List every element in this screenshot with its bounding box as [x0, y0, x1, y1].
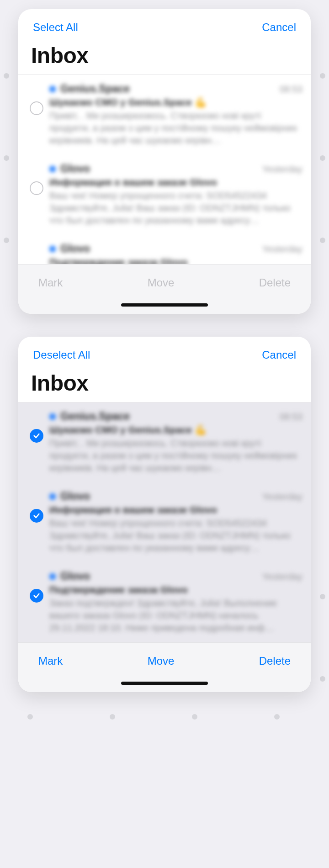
unread-dot-icon [49, 246, 56, 252]
message-list: Genius.Space 08:53 Шукаємо CMO у Genius.… [18, 74, 311, 264]
unread-dot-icon [49, 166, 56, 172]
unread-dot-icon [49, 413, 56, 420]
mark-button[interactable]: Mark [32, 652, 69, 670]
message-sender: Glovo [60, 570, 258, 582]
page-title: Inbox [18, 369, 311, 402]
message-row[interactable]: Glovo Yesterday Информация о вашем заказ… [18, 482, 311, 562]
message-time: Yesterday [262, 244, 302, 254]
message-row[interactable]: Genius.Space 08:53 Шукаємо CMO у Genius.… [18, 75, 311, 155]
checkbox-checked-icon[interactable] [30, 429, 43, 443]
delete-button[interactable]: Delete [253, 652, 297, 670]
message-row[interactable]: Glovo Yesterday Подтверждение заказа Glo… [18, 562, 311, 642]
message-preview: Привіт, . Ми розширюємось. Створюємо нов… [49, 437, 302, 474]
message-content: Genius.Space 08:53 Шукаємо CMO у Genius.… [49, 82, 302, 147]
cancel-button[interactable]: Cancel [257, 18, 301, 37]
bottom-toolbar: Mark Move Delete [18, 642, 311, 674]
screenshot-select-mode: Select All Cancel Inbox Genius.Space 08:… [18, 9, 311, 314]
message-sender: Genius.Space [60, 83, 275, 95]
select-all-button[interactable]: Select All [28, 18, 83, 37]
message-subject: Подтверждение заказа Glovo [49, 257, 302, 264]
unread-dot-icon [49, 493, 56, 500]
checkbox-checked-icon[interactable] [30, 589, 43, 603]
nav-bar: Deselect All Cancel [18, 337, 311, 369]
message-content: Genius.Space 08:53 Шукаємо CMO у Genius.… [49, 410, 302, 474]
mark-button: Mark [32, 274, 69, 292]
message-sender: Glovo [60, 163, 258, 175]
bottom-toolbar: Mark Move Delete [18, 264, 311, 296]
page-title: Inbox [18, 41, 311, 74]
checkbox-unchecked-icon[interactable] [30, 181, 43, 195]
message-time: Yesterday [262, 572, 302, 582]
message-subject: Информация о вашем заказе Glovo [49, 177, 302, 188]
message-content: Glovo Yesterday Информация о вашем заказ… [49, 162, 302, 227]
message-preview: Ваш чек! Номер упрощенного счета: SOD545… [49, 517, 302, 554]
home-indicator [18, 296, 311, 314]
message-sender: Glovo [60, 243, 258, 255]
unread-dot-icon [49, 86, 56, 92]
deselect-all-button[interactable]: Deselect All [28, 346, 95, 364]
message-row[interactable]: Glovo Yesterday Информация о вашем заказ… [18, 155, 311, 235]
message-time: Yesterday [262, 492, 302, 502]
message-list: Genius.Space 08:53 Шукаємо CMO у Genius.… [18, 402, 311, 642]
message-time: Yesterday [262, 164, 302, 175]
message-time: 08:53 [280, 412, 302, 422]
message-subject: Шукаємо CMO у Genius.Space 💪 [49, 97, 302, 108]
screenshot-selected-mode: Deselect All Cancel Inbox Genius.Space 0… [18, 337, 311, 692]
unread-dot-icon [49, 573, 56, 580]
message-row[interactable]: Genius.Space 08:53 Шукаємо CMO у Genius.… [18, 402, 311, 482]
move-button: Move [141, 274, 181, 292]
message-preview: Привіт, . Ми розширюємось. Створюємо нов… [49, 110, 302, 147]
checkbox-unchecked-icon[interactable] [30, 101, 43, 115]
message-sender: Genius.Space [60, 410, 275, 423]
message-content: Glovo Yesterday Информация о вашем заказ… [49, 490, 302, 554]
message-subject: Подтверждение заказа Glovo [49, 584, 302, 595]
move-button[interactable]: Move [141, 652, 181, 670]
checkbox-checked-icon[interactable] [30, 509, 43, 523]
message-preview: Ваш чек! Номер упрощенного счета: SOD545… [49, 190, 302, 227]
message-subject: Шукаємо CMO у Genius.Space 💪 [49, 424, 302, 435]
cancel-button[interactable]: Cancel [257, 346, 301, 364]
nav-bar: Select All Cancel [18, 9, 311, 41]
delete-button: Delete [253, 274, 297, 292]
message-content: Glovo Yesterday Подтверждение заказа Glo… [49, 570, 302, 634]
message-content: Glovo Yesterday Подтверждение заказа Glo… [49, 242, 302, 264]
message-preview: Заказ подтвержден! Здравствуйте, Julia! … [49, 597, 302, 634]
message-row[interactable]: Glovo Yesterday Подтверждение заказа Glo… [18, 235, 311, 264]
home-indicator [18, 674, 311, 692]
message-time: 08:53 [280, 84, 302, 95]
message-sender: Glovo [60, 490, 258, 503]
message-subject: Информация о вашем заказе Glovo [49, 504, 302, 515]
